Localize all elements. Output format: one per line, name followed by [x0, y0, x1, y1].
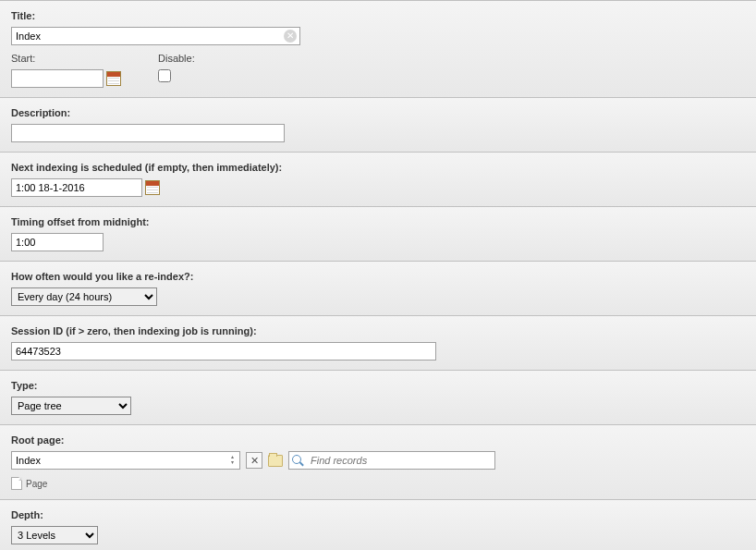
depth-label: Depth:	[11, 509, 745, 520]
session-id-label: Session ID (if > zero, then indexing job…	[11, 325, 745, 336]
description-section: Description:	[0, 97, 756, 153]
next-indexing-input[interactable]	[11, 178, 142, 197]
type-label: Type:	[11, 380, 745, 391]
type-select[interactable]: Page tree	[11, 397, 131, 415]
timing-offset-input[interactable]	[11, 233, 104, 251]
next-indexing-section: Next indexing is scheduled (if empty, th…	[0, 152, 756, 207]
calendar-icon[interactable]	[145, 180, 160, 195]
title-input-wrapper: ✕	[11, 27, 300, 45]
title-section: Title: ✕ Start: Disable:	[0, 0, 756, 98]
session-id-input[interactable]	[11, 342, 436, 361]
depth-select[interactable]: 3 Levels	[11, 526, 98, 544]
timing-offset-section: Timing offset from midnight:	[0, 206, 756, 262]
session-id-section: Session ID (if > zero, then indexing job…	[0, 315, 756, 371]
page-type-label: Page	[26, 479, 47, 489]
page-icon	[11, 477, 22, 490]
disable-checkbox[interactable]	[158, 69, 171, 82]
root-page-label: Root page:	[11, 434, 745, 446]
stepper-icon: ▴▾	[226, 453, 238, 466]
next-indexing-label: Next indexing is scheduled (if empty, th…	[11, 162, 745, 173]
reindex-section: How often would you like a re-index?: Ev…	[0, 261, 756, 316]
disable-label: Disable:	[158, 53, 195, 64]
description-label: Description:	[11, 107, 745, 118]
folder-icon[interactable]	[268, 455, 283, 467]
search-icon	[292, 455, 304, 467]
root-page-listbox[interactable]: ▴▾	[11, 451, 240, 470]
start-input[interactable]	[11, 69, 104, 88]
find-records-input[interactable]	[307, 452, 492, 469]
type-section: Type: Page tree	[0, 370, 756, 425]
page-type-row: Page	[11, 477, 745, 490]
reindex-select[interactable]: Every day (24 hours)	[11, 287, 157, 306]
depth-section: Depth: 3 Levels	[0, 499, 756, 550]
root-page-section: Root page: ▴▾ ✕ Page	[0, 424, 756, 500]
title-input[interactable]	[11, 27, 300, 45]
start-label: Start:	[11, 53, 121, 64]
root-page-selected[interactable]	[11, 451, 240, 470]
calendar-icon[interactable]	[106, 71, 121, 86]
clear-icon[interactable]: ✕	[284, 30, 297, 43]
reindex-label: How often would you like a re-index?:	[11, 271, 745, 282]
description-input[interactable]	[11, 124, 285, 142]
title-label: Title:	[11, 10, 745, 21]
remove-selected-button[interactable]: ✕	[246, 452, 262, 469]
timing-offset-label: Timing offset from midnight:	[11, 216, 745, 227]
find-records-wrap	[288, 451, 495, 470]
